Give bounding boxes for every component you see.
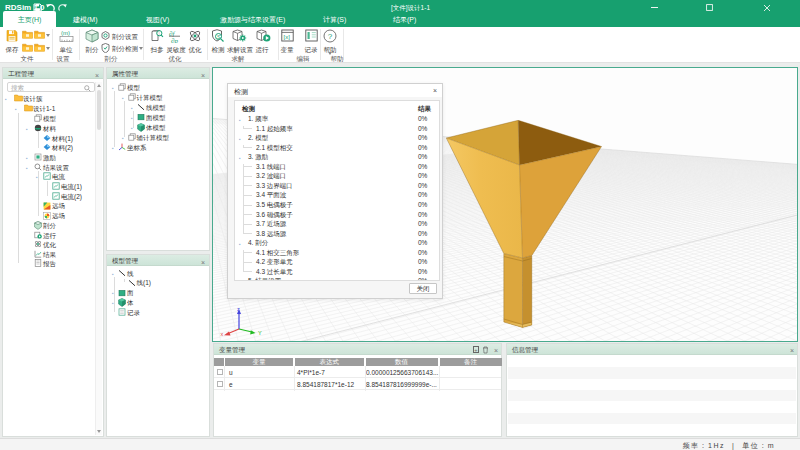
svg-text:?: ? [328,32,333,41]
svg-text:z: z [237,306,240,312]
svg-text:x: x [221,331,224,337]
svg-text:Y: Y [258,330,262,336]
svg-text:(m): (m) [61,30,70,36]
svg-text:[x]: [x] [284,34,291,40]
svg-text:S: S [217,34,221,40]
svg-text:∂p: ∂p [171,37,178,44]
